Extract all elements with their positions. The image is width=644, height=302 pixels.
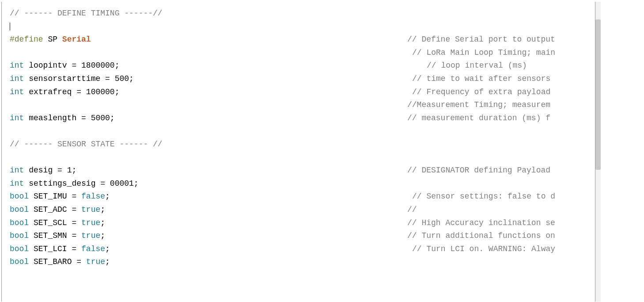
type-keyword: int bbox=[10, 114, 24, 122]
macro-name: SP bbox=[43, 35, 62, 44]
line-comment: // LoRa Main Loop Timing; main bbox=[412, 46, 555, 60]
type-keyword: bool bbox=[10, 205, 29, 214]
semicolon: ; bbox=[115, 61, 120, 70]
semicolon: ; bbox=[72, 166, 76, 175]
type-keyword: int bbox=[10, 166, 24, 175]
bool-literal: true bbox=[81, 231, 100, 240]
scrollbar-track[interactable] bbox=[595, 2, 601, 302]
code-line bbox=[10, 151, 595, 164]
var-name: SET_SCL bbox=[29, 218, 72, 227]
code-line: int extrafreq = 100000;// Frequency of e… bbox=[10, 86, 595, 99]
number-literal: 1800000 bbox=[81, 61, 115, 70]
line-comment: //Measurement Timing; measurem bbox=[407, 99, 550, 112]
semicolon: ; bbox=[110, 114, 115, 122]
var-name: measlength bbox=[24, 114, 81, 122]
equals: = bbox=[81, 114, 91, 122]
number-literal: 500 bbox=[115, 74, 129, 83]
text-cursor bbox=[10, 23, 10, 31]
equals: = bbox=[72, 192, 81, 201]
equals: = bbox=[72, 218, 81, 227]
code-line: int desig = 1;// DESIGNATOR defining Pay… bbox=[10, 164, 595, 177]
var-name: extrafreq bbox=[24, 88, 76, 96]
type-keyword: bool bbox=[10, 218, 29, 227]
scrollbar-thumb[interactable] bbox=[595, 19, 601, 170]
type-keyword: bool bbox=[10, 245, 29, 253]
equals: = bbox=[72, 231, 81, 240]
semicolon: ; bbox=[100, 231, 105, 240]
semicolon: ; bbox=[134, 179, 139, 188]
code-line: #define SP Serial// Define Serial port t… bbox=[10, 33, 595, 46]
bool-literal: false bbox=[81, 192, 105, 201]
type-keyword: int bbox=[10, 61, 24, 70]
line-comment: // Turn LCI on. WARNING: Alway bbox=[412, 243, 555, 256]
type-keyword: int bbox=[10, 74, 24, 83]
number-literal: 100000 bbox=[86, 88, 115, 96]
code-line: int sensorstarttime = 500;// time to wai… bbox=[10, 73, 595, 86]
identifier: Serial bbox=[62, 35, 91, 44]
var-name: desig bbox=[24, 166, 57, 175]
comment: // ------ DEFINE TIMING ------// bbox=[10, 9, 163, 18]
var-name: SET_ADC bbox=[29, 205, 72, 214]
code-line: bool SET_BARO = true; bbox=[10, 256, 595, 269]
semicolon: ; bbox=[129, 74, 134, 83]
semicolon: ; bbox=[100, 218, 105, 227]
line-comment: // High Accuracy inclination se bbox=[407, 217, 555, 230]
number-literal: 1 bbox=[67, 166, 72, 175]
equals: = bbox=[105, 74, 115, 83]
line-comment: // time to wait after sensors bbox=[412, 73, 555, 86]
code-line: // ------ DEFINE TIMING ------// bbox=[10, 7, 595, 20]
var-name: loopintv bbox=[24, 61, 72, 70]
var-name: SET_LCI bbox=[29, 245, 72, 253]
semicolon: ; bbox=[100, 205, 105, 214]
equals: = bbox=[100, 179, 110, 188]
code-line bbox=[10, 20, 595, 34]
bool-literal: false bbox=[81, 245, 105, 253]
code-line: int settings_desig = 00001; bbox=[10, 177, 595, 191]
code-line: // LoRa Main Loop Timing; main bbox=[10, 46, 595, 60]
semicolon: ; bbox=[105, 245, 110, 253]
preprocessor: #define bbox=[10, 35, 43, 44]
code-line: bool SET_ADC = true;// bbox=[10, 203, 595, 217]
semicolon: ; bbox=[115, 88, 120, 96]
code-line bbox=[10, 125, 595, 138]
line-comment: // Sensor settings: false to d bbox=[412, 190, 555, 203]
code-area[interactable]: // ------ DEFINE TIMING ------// #define… bbox=[2, 2, 595, 302]
bool-literal: true bbox=[86, 257, 105, 266]
line-comment: // Define Serial port to output bbox=[407, 33, 555, 46]
code-line: int loopintv = 1800000;// loop interval … bbox=[10, 59, 595, 73]
type-keyword: bool bbox=[10, 192, 29, 201]
var-name: settings_desig bbox=[24, 179, 100, 188]
line-comment: // bbox=[407, 203, 417, 217]
bool-literal: true bbox=[81, 218, 100, 227]
code-line: bool SET_SCL = true;// High Accuracy inc… bbox=[10, 217, 595, 230]
number-literal: 5000 bbox=[91, 114, 110, 122]
equals: = bbox=[72, 245, 81, 253]
type-keyword: int bbox=[10, 88, 24, 96]
type-keyword: int bbox=[10, 179, 24, 188]
code-line: bool SET_SMN = true;// Turn additional f… bbox=[10, 229, 595, 243]
equals: = bbox=[72, 205, 81, 214]
var-name: SET_SMN bbox=[29, 231, 72, 240]
code-line: bool SET_LCI = false;// Turn LCI on. WAR… bbox=[10, 243, 595, 256]
number-literal: 00001 bbox=[110, 179, 134, 188]
type-keyword: bool bbox=[10, 231, 29, 240]
comment: // ------ SENSOR STATE ------ // bbox=[10, 140, 163, 149]
var-name: SET_BARO bbox=[29, 257, 76, 266]
type-keyword: bool bbox=[10, 257, 29, 266]
line-comment: // measurement duration (ms) f bbox=[407, 112, 550, 125]
code-editor-frame: // ------ DEFINE TIMING ------// #define… bbox=[0, 0, 644, 302]
equals: = bbox=[57, 166, 67, 175]
code-line: int measlength = 5000;// measurement dur… bbox=[10, 112, 595, 125]
line-comment: // DESIGNATOR defining Payload bbox=[407, 164, 550, 177]
bool-literal: true bbox=[81, 205, 100, 214]
code-line: //Measurement Timing; measurem bbox=[10, 99, 595, 112]
code-line: // ------ SENSOR STATE ------ // bbox=[10, 138, 595, 151]
var-name: sensorstarttime bbox=[24, 74, 105, 83]
semicolon: ; bbox=[105, 257, 110, 266]
equals: = bbox=[76, 88, 86, 96]
semicolon: ; bbox=[105, 192, 110, 201]
code-line: bool SET_IMU = false;// Sensor settings:… bbox=[10, 190, 595, 203]
equals: = bbox=[72, 61, 81, 70]
line-comment: // Turn additional functions on bbox=[407, 229, 555, 243]
equals: = bbox=[76, 257, 86, 266]
